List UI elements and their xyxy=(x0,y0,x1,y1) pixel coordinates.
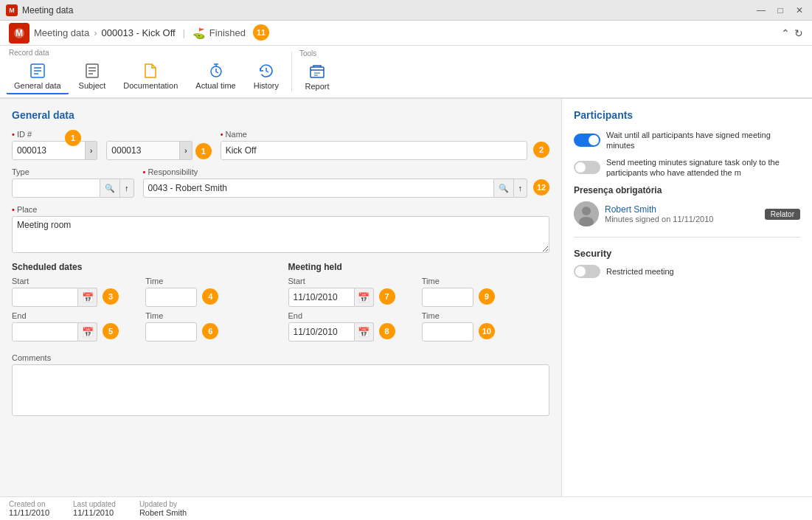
toolbar-report[interactable]: Report xyxy=(296,59,338,94)
sched-start-time-input[interactable] xyxy=(145,288,197,307)
app-icon: M xyxy=(6,4,18,16)
toolbar-history[interactable]: History xyxy=(246,58,287,94)
main-window: M Meeting data — □ ✕ M Meeting data › 00… xyxy=(0,0,812,520)
general-data-icon xyxy=(29,62,46,80)
id-nav-button[interactable]: › xyxy=(180,141,192,160)
id-arrow-button[interactable]: › xyxy=(86,141,97,160)
participant-sub: Minutes signed on 11/11/2010 xyxy=(605,215,759,223)
held-end-cal-button[interactable]: 📅 xyxy=(355,322,374,342)
held-end-input[interactable] xyxy=(288,322,355,342)
held-start-time-input[interactable] xyxy=(422,288,473,307)
toolbar-actual-time[interactable]: Actual time xyxy=(187,58,243,94)
restricted-row: Restricted meeting xyxy=(574,265,800,278)
comments-group: Comments xyxy=(12,353,549,416)
history-icon xyxy=(257,62,275,80)
toolbar-documentation[interactable]: Documentation xyxy=(115,58,186,94)
presenca-title: Presença obrigatória xyxy=(574,185,800,195)
subject-icon xyxy=(83,62,101,80)
place-label: Place xyxy=(12,205,549,214)
toggle1-knob xyxy=(589,135,599,145)
toggle1[interactable] xyxy=(574,134,600,147)
refresh-button[interactable]: ↻ xyxy=(794,27,803,39)
sched-end-group: End 📅 5 xyxy=(12,311,139,342)
maximize-button[interactable]: □ xyxy=(774,4,787,17)
breadcrumb-app[interactable]: Meeting data xyxy=(34,27,89,38)
sched-end-time-badge: 6 xyxy=(202,323,218,339)
participants-section: Participants Wait until all participants… xyxy=(574,109,800,226)
record-data-label: Record data xyxy=(6,49,287,57)
close-button[interactable]: ✕ xyxy=(793,4,806,17)
sched-start-cal-button[interactable]: 📅 xyxy=(78,288,97,307)
status-badge-11: 11 xyxy=(253,24,269,41)
left-panel: General data ID # › 1 › 1 xyxy=(0,99,561,496)
held-end-label: End xyxy=(288,311,416,320)
participant-info: Robert Smith Minutes signed on 11/11/201… xyxy=(605,204,759,223)
right-panel: Participants Wait until all participants… xyxy=(561,99,812,496)
name-badge: 2 xyxy=(533,142,549,158)
tools-label: Tools xyxy=(296,49,338,58)
responsibility-group: Responsibility 🔍 ↑ 12 xyxy=(143,167,550,198)
id-name-row: ID # › 1 › 1 Name xyxy=(12,130,549,160)
toolbar-history-label: History xyxy=(254,81,279,90)
restricted-toggle-knob xyxy=(575,266,586,277)
held-end-time-input[interactable] xyxy=(422,322,473,342)
sched-start-input[interactable] xyxy=(12,288,78,307)
restricted-toggle[interactable] xyxy=(574,265,600,278)
sched-end-cal-button[interactable]: 📅 xyxy=(78,322,97,342)
toggle1-label: Wait until all participants have signed … xyxy=(606,130,800,151)
type-label: Type xyxy=(12,167,134,176)
created-on-field: Created on 11/11/2010 xyxy=(9,500,49,517)
name-label: Name xyxy=(221,130,549,139)
toolbar-report-label: Report xyxy=(305,82,329,91)
divider xyxy=(574,237,800,238)
responsibility-clear-button[interactable]: ↑ xyxy=(514,178,528,198)
toggle2-knob xyxy=(575,162,586,173)
held-start-group: Start 📅 7 xyxy=(288,277,416,307)
held-end-badge: 8 xyxy=(379,323,395,339)
held-end-time-badge: 10 xyxy=(479,323,495,339)
held-end-row: End 📅 8 Time xyxy=(288,311,550,342)
id-input-display[interactable] xyxy=(106,141,180,160)
toolbar-subject-label: Subject xyxy=(79,81,106,90)
title-bar: M Meeting data — □ ✕ xyxy=(0,0,812,21)
responsibility-badge: 12 xyxy=(533,179,549,195)
type-group: Type 🔍 ↑ xyxy=(12,167,134,198)
toolbar-general-data[interactable]: General data xyxy=(6,58,69,94)
id-label: ID # xyxy=(12,130,97,139)
type-search-button[interactable]: 🔍 xyxy=(100,178,120,198)
toolbar-documentation-label: Documentation xyxy=(123,81,178,90)
restricted-label: Restricted meeting xyxy=(606,266,674,277)
collapse-button[interactable]: ⌃ xyxy=(781,27,790,39)
toolbar: Record data General data xyxy=(0,46,812,99)
participant-row: Robert Smith Minutes signed on 11/11/201… xyxy=(574,201,800,226)
scheduled-end-row: End 📅 5 Time xyxy=(12,311,274,342)
responsibility-search-button[interactable]: 🔍 xyxy=(494,178,514,198)
scheduled-dates-title: Scheduled dates xyxy=(12,262,274,272)
sched-end-time-input[interactable] xyxy=(145,322,197,342)
minimize-button[interactable]: — xyxy=(754,4,768,17)
name-input[interactable] xyxy=(221,141,527,160)
held-start-cal-button[interactable]: 📅 xyxy=(355,288,374,307)
comments-textarea[interactable] xyxy=(12,364,549,416)
security-section: Security Restricted meeting xyxy=(574,248,800,278)
place-textarea[interactable]: Meeting room xyxy=(12,216,549,253)
meeting-held-col: Meeting held Start 📅 7 xyxy=(288,262,550,346)
status-text: Finished xyxy=(209,27,246,38)
svg-text:M: M xyxy=(15,28,23,38)
sched-end-input[interactable] xyxy=(12,322,78,342)
sched-end-time-label: Time xyxy=(145,311,273,320)
toggle2[interactable] xyxy=(574,161,600,174)
participant-avatar xyxy=(574,201,599,226)
responsibility-input[interactable] xyxy=(143,178,494,198)
sched-end-label: End xyxy=(12,311,139,320)
type-responsibility-row: Type 🔍 ↑ Responsibility 🔍 ↑ xyxy=(12,167,549,198)
dates-section: Scheduled dates Start 📅 3 xyxy=(12,262,549,346)
status-bar: Created on 11/11/2010 Last updated 11/11… xyxy=(0,496,812,520)
type-input[interactable] xyxy=(12,178,100,198)
created-on-value: 11/11/2010 xyxy=(9,508,49,517)
documentation-icon xyxy=(142,62,159,80)
sched-end-time-group: Time 6 xyxy=(145,311,273,342)
toolbar-subject[interactable]: Subject xyxy=(71,58,114,94)
type-clear-button[interactable]: ↑ xyxy=(120,178,134,198)
held-start-input[interactable] xyxy=(288,288,355,307)
